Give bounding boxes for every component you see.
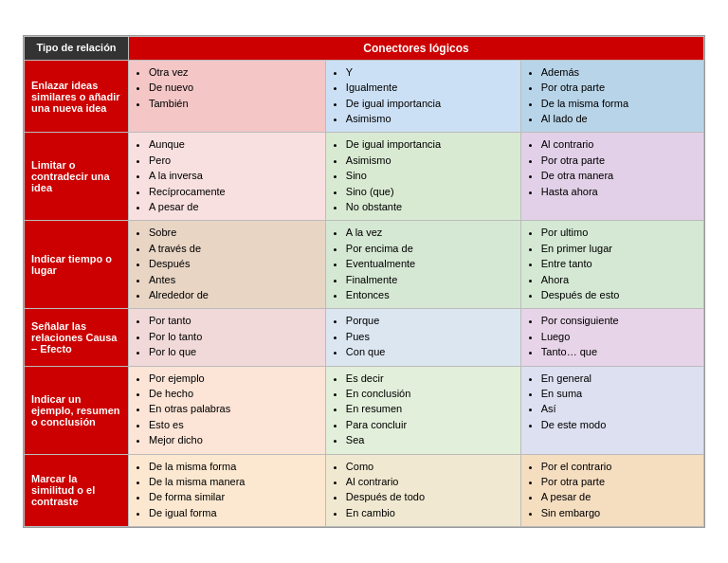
list-item: De la misma forma xyxy=(149,460,318,474)
list-item: De otra manera xyxy=(541,169,697,183)
table-row: Limitar o contradecir una ideaAunquePero… xyxy=(25,133,704,221)
list-item: Es decir xyxy=(346,372,514,386)
list-item: En primer lugar xyxy=(541,242,697,256)
list-item: A pesar de xyxy=(149,200,318,214)
connector-cell-c3: Por consiguienteLuegoTanto… que xyxy=(520,309,703,366)
list-item: En resumen xyxy=(346,402,514,416)
list-item: Así xyxy=(541,402,697,416)
list-item: Entonces xyxy=(346,288,514,302)
list-item: Ahora xyxy=(541,273,697,287)
list-item: Eventualmente xyxy=(346,257,514,271)
connector-cell-c3: En generalEn sumaAsíDe este modo xyxy=(520,366,703,454)
list-item: Sin embargo xyxy=(541,506,697,520)
connector-cell-c3: Por ultimoEn primer lugarEntre tantoAhor… xyxy=(520,221,703,309)
list-item: De igual importancia xyxy=(346,97,514,111)
tipo-cell: Indicar un ejemplo, resumen o conclusión xyxy=(25,366,129,454)
list-item: Luego xyxy=(541,330,697,344)
connector-cell-c2: A la vezPor encima deEventualmenteFinalm… xyxy=(325,221,520,309)
tipo-cell: Limitar o contradecir una idea xyxy=(25,133,129,221)
list-item: Al contrario xyxy=(541,137,697,152)
list-item: A través de xyxy=(149,242,318,256)
list-item: De la misma forma xyxy=(541,97,697,111)
main-table-container: Tipo de relación Conectores lógicos Enla… xyxy=(23,35,705,528)
list-item: A la inversa xyxy=(149,169,318,183)
connector-cell-c1: SobreA través deDespuésAntesAlrededor de xyxy=(129,221,326,309)
tipo-cell: Señalar las relaciones Causa – Efecto xyxy=(25,309,129,366)
connector-cell-c2: YIgualmenteDe igual importanciaAsimismo xyxy=(325,60,520,133)
list-item: Hasta ahora xyxy=(541,185,697,199)
list-item: De nuevo xyxy=(149,81,318,95)
list-item: También xyxy=(149,97,318,111)
list-item: Porque xyxy=(346,314,514,328)
table-header-row: Tipo de relación Conectores lógicos xyxy=(25,36,704,60)
list-item: En conclusión xyxy=(346,387,514,401)
connector-cell-c3: Al contrarioPor otra parteDe otra manera… xyxy=(520,133,703,221)
list-item: Con que xyxy=(346,345,514,359)
list-item: Aunque xyxy=(149,137,318,152)
list-item: Por lo que xyxy=(149,345,318,359)
list-item: Después de esto xyxy=(541,288,697,302)
list-item: Sino (que) xyxy=(346,185,514,199)
list-item: Recíprocamente xyxy=(149,185,318,199)
list-item: Sobre xyxy=(149,226,318,240)
list-item: Por consiguiente xyxy=(541,314,697,328)
list-item: Por otra parte xyxy=(541,154,697,168)
list-item: En suma xyxy=(541,387,697,401)
list-item: Alrededor de xyxy=(149,288,318,302)
list-item: Pues xyxy=(346,330,514,344)
table-row: Señalar las relaciones Causa – EfectoPor… xyxy=(25,309,704,366)
list-item: Otra vez xyxy=(149,65,318,80)
list-item: En otras palabras xyxy=(149,402,318,416)
list-item: Al lado de xyxy=(541,112,697,126)
list-item: De hecho xyxy=(149,387,318,401)
list-item: Por otra parte xyxy=(541,475,697,489)
tipo-cell: Enlazar ideas similares o añadir una nue… xyxy=(25,60,129,133)
list-item: De este modo xyxy=(541,418,697,432)
connector-cell-c1: Por tantoPor lo tantoPor lo que xyxy=(129,309,326,366)
list-item: De igual importancia xyxy=(346,137,514,152)
list-item: Por encima de xyxy=(346,242,514,256)
table-row: Marcar la similitud o el contrasteDe la … xyxy=(25,454,704,527)
list-item: Esto es xyxy=(149,418,318,432)
connector-cell-c2: ComoAl contrarioDespués de todoEn cambio xyxy=(325,454,520,527)
list-item: Por ultimo xyxy=(541,226,697,240)
list-item: En general xyxy=(541,372,697,386)
list-item: De igual forma xyxy=(149,506,318,520)
list-item: Antes xyxy=(149,273,318,287)
list-item: Asimismo xyxy=(346,112,514,126)
connector-cell-c2: PorquePuesCon que xyxy=(325,309,520,366)
list-item: A pesar de xyxy=(541,490,697,504)
connector-cell-c3: Por el contrarioPor otra parteA pesar de… xyxy=(520,454,703,527)
list-item: Además xyxy=(541,65,697,80)
list-item: Finalmente xyxy=(346,273,514,287)
list-item: No obstante xyxy=(346,200,514,214)
list-item: A la vez xyxy=(346,226,514,240)
connector-cell-c1: AunquePeroA la inversaRecíprocamenteA pe… xyxy=(129,133,326,221)
tipo-cell: Indicar tiempo o lugar xyxy=(25,221,129,309)
list-item: De forma similar xyxy=(149,490,318,504)
list-item: Entre tanto xyxy=(541,257,697,271)
list-item: En cambio xyxy=(346,506,514,520)
table-row: Indicar un ejemplo, resumen o conclusión… xyxy=(25,366,704,454)
table-row: Indicar tiempo o lugarSobreA través deDe… xyxy=(25,221,704,309)
list-item: Al contrario xyxy=(346,475,514,489)
list-item: Tanto… que xyxy=(541,345,697,359)
connector-cell-c2: De igual importanciaAsimismoSinoSino (qu… xyxy=(325,133,520,221)
list-item: Después xyxy=(149,257,318,271)
list-item: Y xyxy=(346,65,514,80)
connector-cell-c3: AdemásPor otra parteDe la misma formaAl … xyxy=(520,60,703,133)
connector-cell-c1: De la misma formaDe la misma maneraDe fo… xyxy=(129,454,326,527)
list-item: Pero xyxy=(149,154,318,168)
connector-cell-c1: Por ejemploDe hechoEn otras palabrasEsto… xyxy=(129,366,326,454)
list-item: De la misma manera xyxy=(149,475,318,489)
list-item: Por tanto xyxy=(149,314,318,328)
list-item: Como xyxy=(346,460,514,474)
table-row: Enlazar ideas similares o añadir una nue… xyxy=(25,60,704,133)
list-item: Por ejemplo xyxy=(149,372,318,386)
list-item: Para concluir xyxy=(346,418,514,432)
header-tipo: Tipo de relación xyxy=(25,36,129,60)
list-item: Por lo tanto xyxy=(149,330,318,344)
header-conectores: Conectores lógicos xyxy=(129,36,704,60)
list-item: Igualmente xyxy=(346,81,514,95)
list-item: Por otra parte xyxy=(541,81,697,95)
